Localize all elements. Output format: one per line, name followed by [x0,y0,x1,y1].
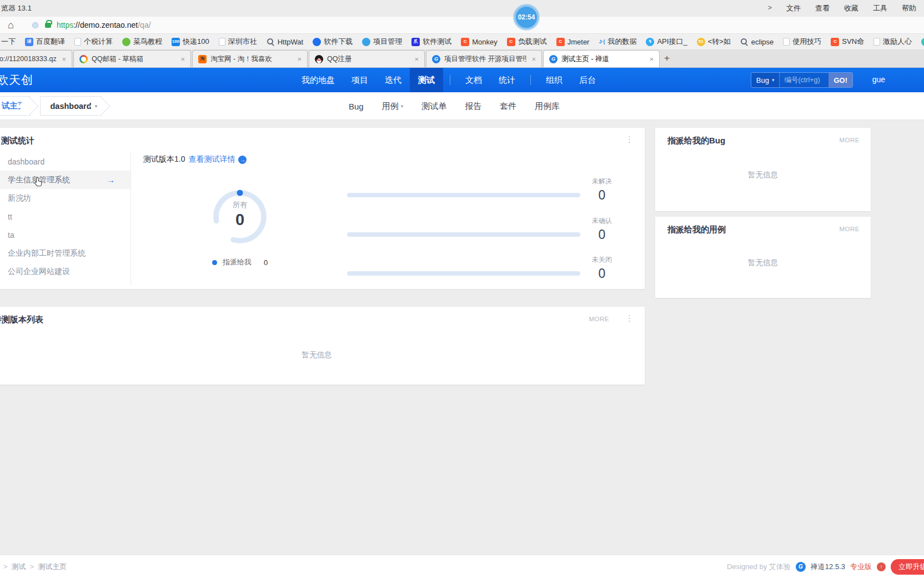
breadcrumb-home[interactable]: 试主页 [0,96,31,116]
nav-stats[interactable]: 统计 [490,68,524,92]
bookmark-item[interactable]: 菜鸟教程 [122,37,162,47]
nav-org[interactable]: 组织 [538,68,571,92]
browser-menubar: > 文件 查看 收藏 工具 帮助 [767,3,916,13]
subnav-case[interactable]: 用例▾ [382,101,404,112]
bookmark-item[interactable]: CSVN命 [831,37,864,47]
bookmark-item[interactable]: 利用CM [921,37,924,47]
subnav-report[interactable]: 报告 [465,101,481,112]
upgrade-arrow-icon[interactable]: ↑ [877,562,886,571]
bookmark-item[interactable]: CMonkey [461,38,498,46]
browser-tab[interactable]: 淘 淘宝网 - 淘！我喜欢 × [192,50,308,67]
menu-tools[interactable]: 工具 [873,3,887,13]
screen-timer-badge[interactable]: 02:54 [514,5,539,29]
user-name[interactable]: gue [872,75,885,84]
search-go-button[interactable]: GO! [828,73,852,87]
search-type-dropdown[interactable]: Bug▾ [751,73,780,87]
bookmark-item[interactable]: 100快递100 [172,37,209,47]
bookmark-item[interactable]: 激励人心 [873,37,912,47]
more-link[interactable]: MORE [840,137,860,143]
sidebar-item-company-website[interactable]: 公司企业网站建设 [0,262,130,281]
subnav-case-label: 用例 [382,101,399,112]
bookmark-item[interactable]: 使用技巧 [783,37,821,47]
more-link[interactable]: MORE [589,316,610,322]
bookmark-item[interactable]: CJmeter [556,38,590,46]
stat-value: 0 [582,266,622,281]
new-tab-button[interactable]: + [664,53,670,64]
sidebar-item-student-system[interactable]: 学生信息管理系统→ [0,171,130,189]
subnav-caselib[interactable]: 用例库 [535,101,560,112]
sidebar-item-worktime-system[interactable]: 企业内部工时管理系统 [0,244,130,262]
sidebar-item-dashboard[interactable]: dashboard [0,152,130,171]
bookmark-item[interactable]: 爪软件测试 [411,37,451,47]
more-link[interactable]: MORE [840,226,860,232]
nav-my-zone[interactable]: 我的地盘 [293,68,343,92]
menu-expand-icon[interactable]: > [767,3,772,13]
browser-tab[interactable]: QQ邮箱 - 草稿箱 × [73,50,191,67]
bookmark-favicon [921,38,924,46]
menu-favorites[interactable]: 收藏 [844,3,858,13]
ssl-lock-icon[interactable] [45,23,51,28]
bookmark-item[interactable]: eclipse [740,38,774,46]
bookmark-item[interactable]: C负载测试 [507,37,547,47]
brand-logo[interactable]: 欧天创 [0,72,33,88]
tab-close-icon[interactable]: × [648,55,655,63]
chevron-icon: > [30,562,34,571]
edition-label[interactable]: 专业版 [850,562,872,572]
bookmark-item[interactable]: 51<转>如 [697,37,731,47]
upgrade-button[interactable]: 立即升级 [891,559,924,575]
nav-sprint[interactable]: 迭代 [376,68,410,92]
browser-tab[interactable]: QQ注册 × [309,50,425,67]
subnav-bug[interactable]: Bug [349,102,364,111]
sidebar-item-xinhuanfang[interactable]: 新浣坊 [0,189,130,207]
bookmark-item[interactable]: 译百度翻译 [25,37,65,47]
bookmark-item[interactable]: 一下 [1,37,16,47]
chevron-down-icon: ▾ [401,103,404,109]
bookmark-item[interactable]: 项目管理 [362,37,402,47]
sidebar-item-label: ta [8,231,14,240]
nav-test-active[interactable]: 测试 [410,68,443,92]
browser-tab[interactable]: o://1120018333.qzor × [0,50,72,67]
tab-close-icon[interactable]: × [530,55,537,63]
browser-tab-active[interactable]: G 测试主页 - 禅道 × [543,50,660,67]
nav-doc[interactable]: 文档 [457,68,490,92]
home-icon[interactable]: ⌂ [8,19,14,31]
url-field[interactable]: https://demo.zentao.net/qa/ [57,21,151,29]
tab-title: o://1120018333.qzor [0,55,57,63]
card-menu-icon[interactable]: ⋮ [625,313,634,323]
arrow-right-icon[interactable]: → [107,175,115,185]
footer-crumb-test[interactable]: 测试 [12,562,26,572]
sidebar-item-label: tt [8,212,12,221]
tab-close-icon[interactable]: × [296,55,303,63]
bookmark-item[interactable]: 软件下载 [313,37,353,47]
search-input[interactable] [780,73,828,87]
browser-tab[interactable]: G 项目管理软件 开源项目管理软件 × [426,50,542,67]
stat-value: 0 [582,227,622,242]
view-test-detail-link[interactable]: 查看测试详情 [188,155,235,165]
tab-close-icon[interactable]: × [61,55,67,63]
site-permission-icon[interactable] [32,22,38,28]
bookmark-item[interactable]: 深圳市社 [219,37,257,47]
subnav-suite[interactable]: 套件 [500,101,516,112]
product-version[interactable]: 禅道12.5.3 [811,562,845,572]
sidebar-item-tt[interactable]: tt [0,207,130,226]
menu-help[interactable]: 帮助 [902,3,916,13]
footer-crumb-testhome[interactable]: 测试主页 [38,562,67,572]
breadcrumb-current[interactable]: dashboard▾ [40,96,102,116]
bookmark-item[interactable]: 个税计算 [74,37,113,47]
tab-close-icon[interactable]: × [179,55,186,63]
nav-admin[interactable]: 后台 [571,68,604,92]
bookmark-item[interactable]: ↯API接口_ [646,37,687,47]
card-menu-icon[interactable]: ⋮ [625,134,634,144]
subnav-testtask[interactable]: 测试单 [421,101,446,112]
menu-file[interactable]: 文件 [786,3,801,13]
bookmark-favicon: C [507,38,515,46]
bookmark-label: Monkey [472,38,498,46]
menu-view[interactable]: 查看 [815,3,830,13]
assigned-bugs-panel: 指派给我的Bug MORE 暂无信息 [655,128,871,211]
arrow-circle-icon[interactable]: → [238,156,247,164]
nav-project[interactable]: 项目 [343,68,376,92]
tab-close-icon[interactable]: × [413,55,420,63]
sidebar-item-ta[interactable]: ta [0,226,130,244]
bookmark-item[interactable]: HttpWat [267,38,303,46]
bookmark-item[interactable]: J·(我的数据 [599,37,636,47]
